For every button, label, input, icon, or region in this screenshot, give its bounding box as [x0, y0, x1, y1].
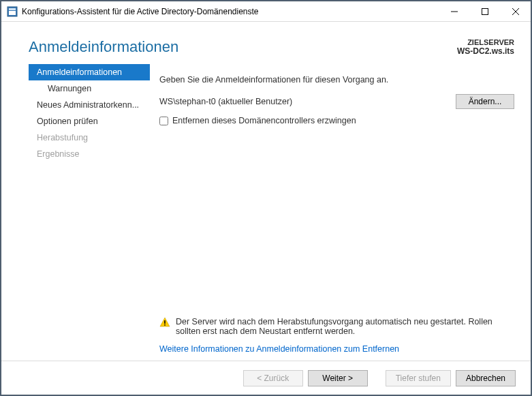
force-remove-row[interactable]: Entfernen dieses Domänencontrollers erzw…: [159, 116, 514, 125]
svg-rect-4: [482, 8, 488, 14]
target-server-value: WS-DC2.ws.its: [457, 46, 514, 56]
next-button[interactable]: Weiter >: [308, 370, 368, 386]
svg-rect-1: [9, 11, 16, 15]
page-header: Anmeldeinformationen ZIELSERVER WS-DC2.w…: [1, 22, 531, 63]
target-server-block: ZIELSERVER WS-DC2.ws.its: [457, 38, 514, 56]
warning-icon: [159, 317, 170, 328]
wizard-step[interactable]: Warnungen: [29, 80, 150, 97]
wizard-step[interactable]: Optionen prüfen: [29, 113, 150, 130]
app-icon: [7, 6, 18, 17]
footer-buttons: < Zurück Weiter > Tiefer stufen Abbreche…: [1, 361, 531, 395]
maximize-button[interactable]: [469, 1, 500, 21]
titlebar: Konfigurations-Assistent für die Active …: [1, 1, 531, 22]
wizard-window: Konfigurations-Assistent für die Active …: [1, 1, 531, 395]
wizard-step: Ergebnisse: [29, 146, 150, 162]
cancel-button[interactable]: Abbrechen: [456, 370, 516, 386]
wizard-step[interactable]: Neues Administratorkenn...: [29, 97, 150, 113]
svg-rect-2: [9, 8, 16, 10]
more-info-link[interactable]: Weitere Informationen zu Anmeldeinformat…: [159, 344, 514, 361]
page-title: Anmeldeinformationen: [29, 38, 178, 56]
svg-rect-9: [164, 324, 166, 326]
close-button[interactable]: [500, 1, 531, 21]
svg-rect-8: [164, 320, 166, 324]
target-server-label: ZIELSERVER: [457, 38, 514, 46]
back-button[interactable]: < Zurück: [243, 370, 303, 386]
current-user-text: WS\stephan-t0 (aktueller Benutzer): [159, 97, 449, 106]
force-remove-label: Entfernen dieses Domänencontrollers erzw…: [172, 116, 356, 125]
warning-text: Der Server wird nach dem Herabstufungsvo…: [176, 317, 514, 336]
window-title: Konfigurations-Assistent für die Active …: [22, 7, 259, 16]
wizard-step: Herabstufung: [29, 130, 150, 146]
change-credentials-button[interactable]: Ändern...: [456, 94, 514, 109]
instruction-text: Geben Sie die Anmeldeinformationen für d…: [159, 75, 514, 85]
wizard-steps: AnmeldeinformationenWarnungenNeues Admin…: [29, 63, 150, 361]
main-panel: Geben Sie die Anmeldeinformationen für d…: [150, 63, 514, 361]
minimize-button[interactable]: [439, 1, 469, 21]
force-remove-checkbox[interactable]: [159, 117, 168, 125]
wizard-step[interactable]: Anmeldeinformationen: [29, 64, 150, 80]
demote-button[interactable]: Tiefer stufen: [386, 370, 451, 386]
